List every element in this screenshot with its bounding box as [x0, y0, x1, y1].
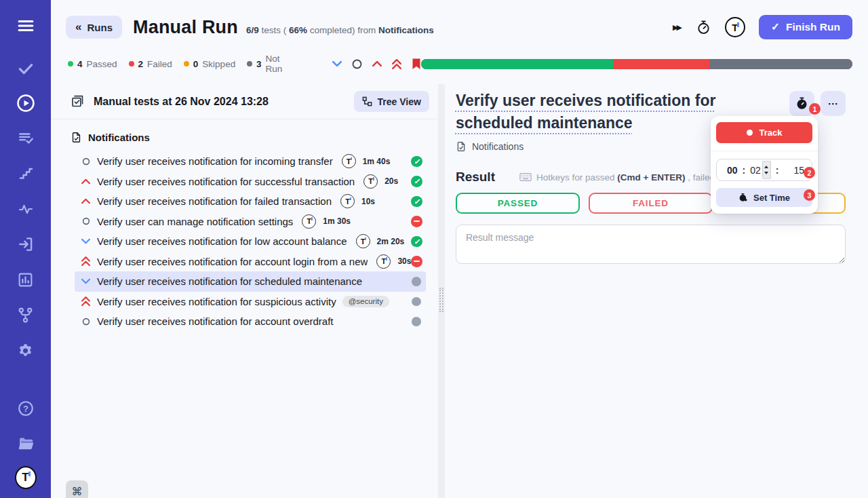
priority-icon [81, 278, 90, 284]
test-list: Notifications Verify user receives notif… [51, 119, 438, 498]
chevron-down-icon[interactable] [332, 60, 342, 67]
run-progress-subtitle: 6/9 tests ( 66% completed) from Notifica… [246, 25, 434, 35]
back-to-runs-button[interactable]: « Runs [66, 16, 122, 39]
result-heading: Result [456, 170, 495, 185]
test-title: Verify user receives notification for lo… [97, 235, 347, 247]
test-status-icon [412, 317, 422, 326]
command-key-badge[interactable]: ⌘ [66, 480, 88, 498]
test-row[interactable]: Verify user receives notification for sc… [75, 271, 426, 292]
test-status-icon [412, 277, 422, 286]
test-rows: Verify user receives notification for in… [51, 151, 438, 332]
tests-check-icon[interactable] [15, 57, 37, 79]
test-title: Verify user can manage notification sett… [97, 216, 293, 227]
tests-fraction: 6/9 [246, 25, 259, 35]
chevron-up-icon[interactable] [372, 60, 382, 67]
ellipsis-icon: ⋯ [827, 98, 838, 110]
steps-icon[interactable] [15, 163, 37, 185]
test-duration: 1m 30s [323, 216, 351, 226]
app-sidebar: ? T [0, 0, 51, 498]
run-name: Manual tests at 26 Nov 2024 13:28 [94, 96, 269, 108]
test-title: Verify user receives notification for su… [97, 176, 355, 187]
minutes-input[interactable]: 02 [750, 165, 761, 176]
test-row[interactable]: Verify user receives notification for su… [75, 292, 426, 312]
page-title: Manual Run [133, 17, 238, 38]
finish-run-button[interactable]: ✓ Finish Run [759, 15, 852, 39]
menu-icon[interactable] [15, 15, 37, 37]
test-row[interactable]: Verify user receives notification for in… [75, 151, 426, 172]
skipped-dot-icon [184, 61, 189, 66]
test-title: Verify user receives notification for fa… [97, 195, 332, 207]
run-source: Notifications [378, 25, 434, 35]
run-progress-bar [421, 59, 852, 69]
test-plans-icon[interactable] [15, 128, 37, 149]
test-status-icon [411, 216, 422, 227]
passed-button[interactable]: PASSED [456, 193, 580, 214]
help-icon[interactable]: ? [15, 398, 37, 419]
stopwatch-icon [795, 96, 809, 111]
run-header: « Runs Manual Run 6/9 tests ( 66% comple… [51, 0, 868, 39]
bookmark-icon[interactable] [412, 58, 421, 70]
time-track-popup: Track 00 : 02 : 15 Set Time [711, 116, 818, 214]
projects-folder-icon[interactable] [15, 433, 37, 455]
record-dot-icon [747, 130, 753, 136]
circle-outline-icon[interactable] [352, 59, 362, 69]
priority-icon [81, 296, 90, 306]
branches-icon[interactable] [15, 304, 37, 326]
test-status-icon [411, 256, 422, 267]
testomat-logo-icon: T [356, 234, 370, 248]
progress-segment [709, 59, 852, 69]
stepper-down-icon[interactable] [764, 172, 768, 174]
priority-icon [81, 256, 90, 266]
file-check-icon [71, 132, 82, 143]
hours-input[interactable]: 00 [727, 165, 738, 176]
pulse-icon[interactable] [15, 198, 37, 220]
track-button[interactable]: Track [716, 122, 812, 143]
fast-forward-icon[interactable]: ▶▶ [673, 23, 682, 32]
test-row[interactable]: Verify user receives notification for ac… [75, 252, 426, 272]
finish-run-label: Finish Run [786, 21, 840, 33]
chevrons-left-icon: « [75, 20, 81, 34]
test-row[interactable]: Verify user receives notification for lo… [75, 231, 426, 252]
timer-history-icon[interactable] [696, 20, 711, 35]
set-time-button[interactable]: Set Time [716, 188, 812, 207]
test-row[interactable]: Verify user receives notification for su… [75, 172, 426, 192]
minutes-stepper[interactable] [762, 161, 771, 179]
brand-logo-header[interactable]: T [725, 17, 745, 37]
folder-row[interactable]: Notifications [51, 128, 438, 146]
test-status-icon [411, 196, 422, 208]
failed-dot-icon [129, 61, 134, 66]
analytics-icon[interactable] [15, 269, 37, 290]
more-options-button[interactable]: ⋯ [821, 91, 846, 116]
check-icon: ✓ [771, 21, 780, 33]
stepper-up-icon[interactable] [764, 166, 768, 168]
test-duration: 2m 20s [377, 237, 405, 246]
priority-icon [81, 318, 90, 326]
tree-icon [362, 96, 372, 107]
run-play-icon[interactable] [15, 92, 37, 114]
result-message-input[interactable] [456, 225, 846, 264]
test-row[interactable]: Verify user receives notification for ac… [75, 311, 426, 332]
test-duration: 10s [361, 197, 375, 206]
brand-logo[interactable]: T [15, 467, 37, 489]
test-row[interactable]: Verify user receives notification for fa… [75, 191, 426, 212]
test-title: Verify user receives notification for sc… [97, 275, 362, 287]
test-status-icon [411, 176, 422, 187]
checklist-icon [71, 94, 85, 109]
tree-view-button[interactable]: Tree View [354, 91, 429, 112]
progress-segment [421, 59, 613, 69]
failed-button[interactable]: FAILED [589, 193, 713, 214]
resizer-handle-icon[interactable] [439, 288, 443, 312]
seconds-input[interactable]: 15 [793, 165, 804, 176]
chevrons-up-icon[interactable] [392, 59, 401, 69]
priority-icon [81, 198, 90, 204]
test-title: Verify user receives notification for ac… [97, 315, 334, 327]
test-duration: 20s [384, 176, 398, 186]
test-row[interactable]: Verify user can manage notification sett… [75, 212, 426, 232]
track-label: Track [760, 128, 783, 138]
settings-gear-icon[interactable] [15, 339, 37, 361]
import-icon[interactable] [15, 233, 37, 255]
tree-view-label: Tree View [378, 96, 421, 107]
set-time-label: Set Time [753, 193, 790, 203]
priority-icon [81, 178, 90, 185]
test-title: Verify user receives notification for su… [97, 296, 336, 307]
